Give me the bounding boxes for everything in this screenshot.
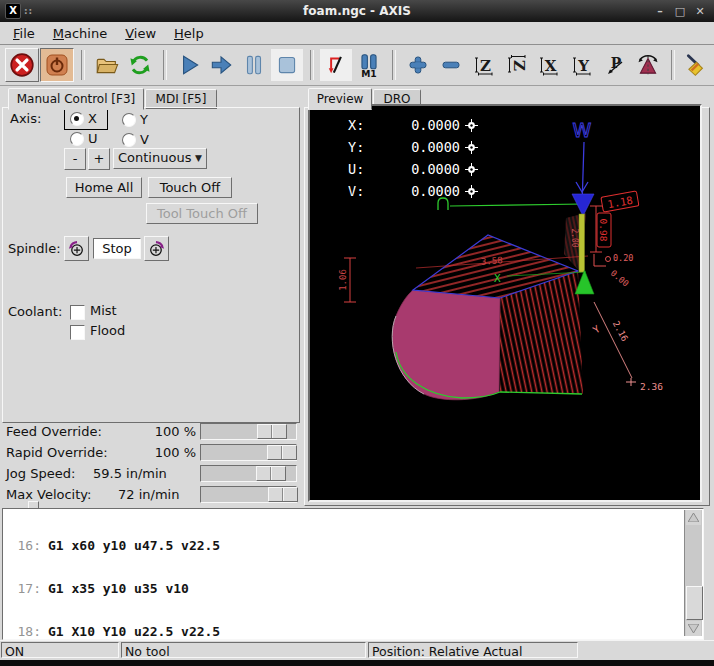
max-velocity-label: Max Velocity: [6, 487, 91, 502]
spindle-ccw-icon [67, 239, 86, 258]
gcode-line[interactable]: 16:G1 x60 y10 u47.5 v22.5 [7, 539, 220, 553]
flood-label: Flood [90, 323, 125, 338]
svg-text:M1: M1 [361, 68, 377, 78]
optional-pause-button[interactable]: M1 [353, 49, 385, 81]
spindle-ccw-button[interactable] [64, 236, 89, 261]
preview-panel: Preview DRO [302, 86, 714, 508]
tab-manual-control[interactable]: Manual Control [F3] [8, 88, 144, 110]
radio-axis-v[interactable] [122, 133, 136, 147]
menu-machine[interactable]: Machine [44, 24, 116, 43]
zoom-out-button[interactable] [435, 49, 467, 81]
estop-button[interactable] [5, 48, 39, 82]
letter-z-rotated-icon: Z [505, 53, 529, 77]
dim-000: 0.00 [609, 268, 631, 289]
jog-plus-button[interactable]: + [88, 148, 110, 170]
minimize-icon[interactable]: – [654, 5, 666, 18]
max-velocity-slider[interactable] [200, 486, 297, 503]
zoom-in-icon [406, 53, 430, 77]
radio-axis-u-label: U [88, 131, 98, 146]
toolbar-separator [671, 50, 675, 80]
spindle-cw-icon [147, 239, 166, 258]
maximize-icon[interactable]: □ [674, 5, 686, 18]
dim-236: 2.36 [640, 381, 663, 392]
view-rotated-top-button[interactable]: Z [501, 49, 533, 81]
menu-view[interactable]: View [116, 24, 165, 43]
tab-preview[interactable]: Preview [308, 88, 372, 110]
crosshair-icon [465, 119, 478, 132]
skip-slash-icon [323, 52, 349, 78]
dro-row-v: V: 0.0000 [348, 180, 478, 202]
gcode-scrollbar[interactable] [684, 510, 702, 636]
run-program-button[interactable] [173, 49, 205, 81]
toolbar-separator [392, 50, 396, 80]
letter-y-icon: Y [570, 53, 594, 77]
open-file-button[interactable] [91, 49, 123, 81]
gcode-line[interactable]: 18:G1 X10 Y10 u22.5 v22.5 [7, 625, 220, 639]
run-icon [176, 52, 202, 78]
manual-control-panel: Manual Control [F3] MDI [F5] Axis: X Y U… [0, 86, 302, 508]
feed-override-thumb[interactable] [257, 424, 287, 439]
jog-speed-label: Jog Speed: [6, 466, 75, 481]
radio-axis-x[interactable] [70, 112, 84, 126]
open-folder-icon [94, 52, 120, 78]
pause-button[interactable] [238, 49, 270, 81]
status-bar: ON No tool Position: Relative Actual [0, 640, 714, 661]
jog-speed-thumb[interactable] [256, 466, 286, 481]
mist-checkbox[interactable] [70, 305, 85, 320]
jog-mode-dropdown[interactable]: Continuous ▼ [113, 148, 207, 169]
view-side-button[interactable]: X [533, 49, 565, 81]
dro-axis-v: V: [348, 183, 374, 199]
m1-pause-icon: M1 [356, 52, 382, 78]
gcode-scroll-thumb[interactable] [686, 586, 703, 620]
clear-plot-button[interactable] [681, 49, 713, 81]
radio-axis-v-label: V [140, 132, 149, 147]
skip-lines-button[interactable] [320, 49, 352, 81]
tab-mdi[interactable]: MDI [F5] [145, 89, 217, 109]
view-top-button[interactable]: Z [468, 49, 500, 81]
feed-override-slider[interactable] [200, 423, 297, 440]
letter-p-icon: P [603, 53, 627, 77]
crosshair-icon [465, 141, 478, 154]
jog-speed-slider[interactable] [200, 465, 297, 482]
dim-200: 2.00 [570, 228, 579, 247]
reload-file-button[interactable] [124, 49, 156, 81]
rotate-view-button[interactable] [632, 49, 664, 81]
crosshair-icon [465, 185, 478, 198]
rapid-override-thumb[interactable] [267, 445, 297, 460]
dim-020: 0.20 [613, 253, 633, 263]
spindle-cw-button[interactable] [144, 236, 169, 261]
zoom-in-button[interactable] [402, 49, 434, 81]
scroll-down-icon[interactable] [686, 621, 701, 636]
stop-button[interactable] [271, 49, 303, 81]
preview-canvas[interactable]: 3.58 X W 1.18 [308, 104, 702, 502]
gcode-listing[interactable]: 16:G1 x60 y10 u47.5 v22.5 17:G1 x35 y10 … [2, 508, 704, 640]
radio-axis-y-label: Y [140, 112, 148, 127]
radio-axis-y[interactable] [122, 113, 136, 127]
broom-icon [684, 52, 710, 78]
home-all-button[interactable]: Home All [66, 177, 142, 198]
scroll-up-icon[interactable] [686, 510, 701, 525]
view-perspective-button[interactable]: P [599, 49, 631, 81]
gcode-line[interactable]: 17:G1 x35 y10 u35 v10 [7, 582, 220, 596]
machine-power-button[interactable] [40, 48, 74, 82]
feed-override-value: 100 % [155, 424, 196, 439]
crosshair-icon [465, 163, 478, 176]
tool-cone [572, 194, 594, 216]
dro-value-x: 0.0000 [374, 117, 460, 133]
touch-off-button[interactable]: Touch Off [148, 177, 232, 198]
dro-value-v: 0.0000 [374, 183, 460, 199]
jog-minus-button[interactable]: - [64, 148, 86, 170]
run-step-button[interactable] [205, 49, 237, 81]
flood-checkbox[interactable] [70, 325, 85, 340]
menu-help[interactable]: Help [165, 24, 213, 43]
reload-icon [127, 52, 153, 78]
close-icon[interactable]: ✕ [694, 5, 706, 18]
spindle-stop-button[interactable]: Stop [93, 238, 141, 259]
max-velocity-thumb[interactable] [268, 487, 298, 502]
view-front-button[interactable]: Y [566, 49, 598, 81]
dim-358: 3.58 [481, 255, 503, 266]
rapid-override-slider[interactable] [200, 444, 297, 461]
window-title: foam.ngc - AXIS [0, 4, 714, 18]
radio-axis-u[interactable] [70, 132, 84, 146]
menu-file[interactable]: File [4, 24, 44, 43]
